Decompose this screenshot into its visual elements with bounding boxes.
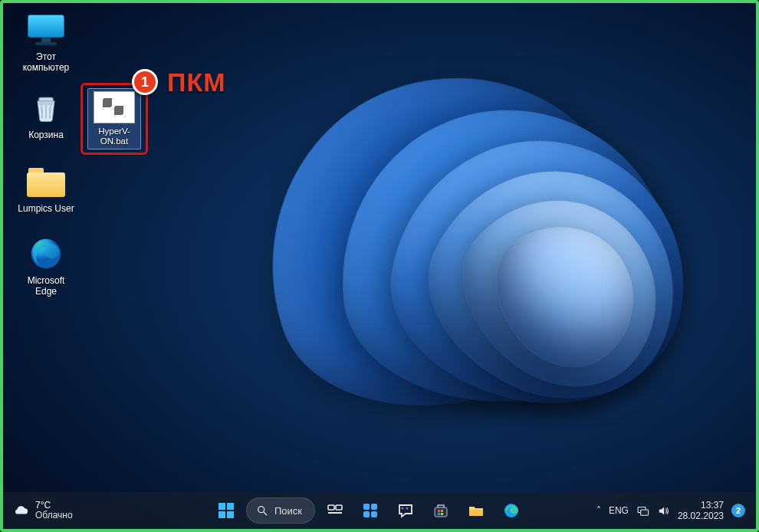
weather-text: 7°C Облачно xyxy=(35,501,73,521)
tray-overflow-button[interactable]: ˄ xyxy=(596,505,601,516)
svg-rect-13 xyxy=(363,511,370,517)
notification-badge[interactable]: 2 xyxy=(731,504,745,517)
monitor-icon xyxy=(28,15,64,45)
taskbar-center: Поиск xyxy=(141,495,596,526)
svg-rect-19 xyxy=(441,510,443,512)
this-pc-label: Этот компьютер xyxy=(23,51,70,73)
svg-rect-3 xyxy=(227,503,234,510)
task-view-button[interactable] xyxy=(320,495,350,526)
system-tray[interactable] xyxy=(636,504,670,517)
search-icon xyxy=(256,504,268,517)
taskbar: 7°C Облачно Поиск xyxy=(3,492,756,529)
file-explorer-button[interactable] xyxy=(461,495,491,526)
chat-icon xyxy=(396,501,415,520)
edge-icon xyxy=(26,236,66,271)
svg-line-7 xyxy=(264,512,267,515)
svg-point-6 xyxy=(258,507,264,513)
edge-label: Microsoft Edge xyxy=(28,275,65,297)
clock-date: 28.02.2023 xyxy=(678,511,724,521)
lumpics-folder-label: Lumpics User xyxy=(18,203,74,214)
annotation-rmb-text: ПКМ xyxy=(167,67,226,97)
clock[interactable]: 13:37 28.02.2023 xyxy=(678,500,724,521)
svg-point-15 xyxy=(401,507,403,509)
store-button[interactable] xyxy=(426,495,456,526)
this-pc-icon[interactable]: Этот компьютер xyxy=(11,9,81,76)
desktop[interactable]: Этот компьютер Корзина Lumpics User xyxy=(3,3,756,529)
edge-icon xyxy=(502,501,521,520)
hyperv-bat-file-highlight: HyperV-ON.bat xyxy=(80,83,148,155)
folder-icon xyxy=(27,166,65,197)
svg-rect-4 xyxy=(219,511,225,518)
svg-rect-9 xyxy=(336,505,342,510)
windows-logo-icon xyxy=(217,501,235,520)
weather-icon xyxy=(12,502,29,519)
volume-icon xyxy=(657,504,670,517)
svg-point-16 xyxy=(406,507,408,509)
taskbar-search[interactable]: Поиск xyxy=(246,498,315,524)
search-label: Поиск xyxy=(274,505,302,517)
svg-rect-5 xyxy=(227,511,234,518)
hyperv-bat-file-label: HyperV-ON.bat xyxy=(88,126,140,146)
network-icon xyxy=(636,504,649,517)
edge-taskbar-button[interactable] xyxy=(496,495,527,526)
svg-rect-11 xyxy=(363,504,370,510)
language-indicator[interactable]: ENG xyxy=(609,505,629,516)
svg-rect-24 xyxy=(641,510,649,515)
clock-time: 13:37 xyxy=(678,500,724,511)
widgets-button[interactable] xyxy=(355,495,386,526)
widgets-icon xyxy=(361,501,380,520)
weather-widget[interactable]: 7°C Облачно xyxy=(3,501,141,521)
svg-rect-14 xyxy=(371,511,377,517)
wallpaper-bloom xyxy=(233,49,724,463)
svg-rect-10 xyxy=(328,512,342,514)
recycle-bin-label: Корзина xyxy=(28,130,64,140)
recycle-bin-icon[interactable]: Корзина xyxy=(11,87,81,143)
svg-rect-8 xyxy=(328,505,334,510)
weather-condition: Облачно xyxy=(35,511,73,521)
folder-icon xyxy=(467,501,485,520)
svg-rect-18 xyxy=(438,510,440,512)
screenshot-frame: Этот компьютер Корзина Lumpics User xyxy=(0,0,759,532)
svg-rect-12 xyxy=(371,504,377,510)
taskbar-right: ˄ ENG 13:37 28.02.2023 2 xyxy=(596,500,756,521)
start-button[interactable] xyxy=(211,495,242,526)
svg-rect-20 xyxy=(438,513,440,515)
store-icon xyxy=(432,501,450,520)
trash-icon xyxy=(26,90,66,126)
svg-rect-2 xyxy=(219,503,225,510)
task-view-icon xyxy=(326,501,344,520)
microsoft-edge-icon[interactable]: Microsoft Edge xyxy=(11,233,81,300)
lumpics-folder-icon[interactable]: Lumpics User xyxy=(11,161,81,217)
batch-file-icon xyxy=(94,91,135,123)
hyperv-bat-file-icon[interactable]: HyperV-ON.bat xyxy=(87,88,141,149)
chat-button[interactable] xyxy=(390,495,421,526)
annotation-step-badge: 1 xyxy=(132,69,158,95)
svg-rect-21 xyxy=(441,513,443,515)
svg-rect-0 xyxy=(39,97,53,101)
